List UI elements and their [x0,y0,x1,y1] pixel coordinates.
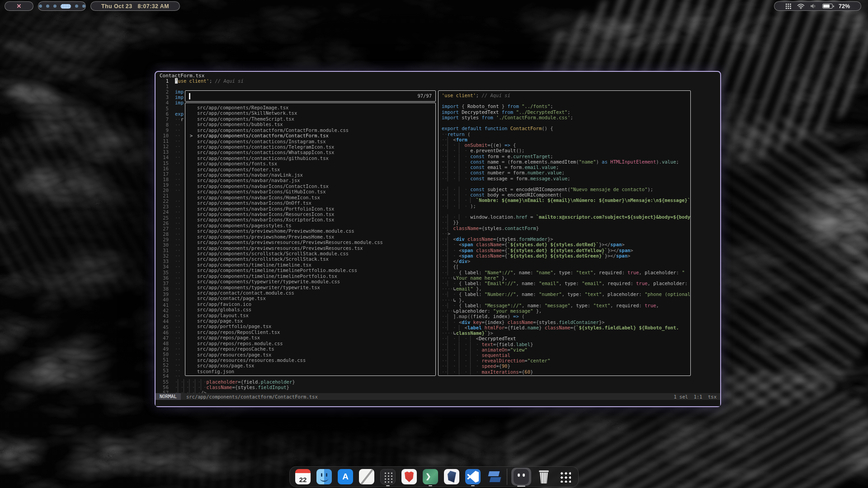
dock[interactable]: 22A❯ [289,466,579,487]
file-row[interactable]: src/app/contact/page.tsx [185,296,435,301]
picker-file-list[interactable]: src/app/components/RepoImage.tsx src/app… [185,103,436,376]
file-row[interactable]: src/app/components/navbarIcons/HomeIcon.… [185,195,435,200]
file-row[interactable]: src/app/components/navbarIcons/GitHubIco… [185,189,435,194]
buffer-line: 22·· [159,198,181,204]
running-indicator [429,485,432,487]
file-row[interactable]: src/app/components/timeline/timelinePort… [185,267,435,273]
file-row[interactable]: src/app/repos/repos.module.css [185,341,435,346]
workspace-dot[interactable] [39,5,42,8]
file-row[interactable]: tsconfig.json [185,369,435,374]
file-row[interactable]: src/app/components/pagesstyles.ts [185,223,435,228]
file-row[interactable]: src/app/components/RepoImage.tsx [185,105,435,110]
preview-code-line: ··▏ }} [442,220,690,225]
file-row[interactable]: src/app/components/contacticons/Telegram… [185,144,435,150]
file-row[interactable]: src/app/components/ThemeScript.tsx [185,116,435,122]
finder-icon[interactable] [316,468,333,486]
brave-icon[interactable] [401,468,418,486]
workspace-dot[interactable] [46,5,49,8]
vscode-icon[interactable] [464,468,481,486]
file-row[interactable]: src/app/components/navbarIcons/OnOff.tsx [185,200,435,206]
file-row[interactable]: src/app/components/contacticons/Instagra… [185,139,435,144]
app-grid-icon[interactable] [785,3,791,9]
file-row[interactable]: src/app/globals.css [185,307,435,312]
file-row[interactable]: src/app/components/contacticons/githubic… [185,155,435,161]
code-token: "text" [576,270,593,275]
workspace-dot[interactable] [82,5,85,8]
selection-marker [190,307,197,313]
terminal-icon[interactable]: ❯ [422,468,439,486]
file-row[interactable]: src/app/repos/page.tsx [185,335,435,340]
file-row[interactable]: src/app/resources/resources.module.css [185,357,435,363]
code-token: form [510,159,522,164]
code-token: ={ [571,325,576,330]
dock-separator [507,469,507,485]
apple-menu-button[interactable]: ✕ [5,1,33,11]
file-row[interactable]: src/app/components/scrollstack/ScrollSta… [185,256,435,262]
picker-input[interactable]: 97/97 [185,90,436,102]
file-row[interactable]: src/app/components/contacticons/Whatsapp… [185,150,435,155]
preview-code-line: ··▏ · ▏ · const email = form.email.value… [442,164,690,170]
keypad-icon[interactable] [379,468,396,486]
code-token: " [682,270,684,275]
file-row[interactable]: src/app/components/typewriter/typewrite.… [185,279,435,284]
file-row[interactable]: src/app/components/previewshome/Previews… [185,234,435,239]
workspace-dot[interactable] [75,5,78,8]
code-token: maxIterations [482,369,519,375]
workspace-switcher[interactable] [38,1,86,11]
file-row[interactable]: src/app/components/timeline/timelinePort… [185,273,435,279]
file-row[interactable]: > src/app/components/contactform/Contact… [185,133,435,138]
file-row[interactable]: src/app/repos/ReposClient.tsx [185,329,435,335]
code-token: // Aquí sí [215,78,244,84]
calendar-icon[interactable]: 22 [294,468,311,486]
file-row[interactable]: src/app/resources/page.tsx [185,352,435,357]
file-row[interactable]: src/app/components/previewshome/Previews… [185,228,435,234]
app-grid-icon[interactable] [557,468,574,486]
code-token: ··▏ · [442,281,459,286]
app-store-icon[interactable]: A [337,468,354,486]
file-row[interactable]: src/app/page.tsx [185,318,435,324]
file-row[interactable]: src/app/repos/reposCache.ts [185,346,435,352]
status-widget[interactable]: 72% [774,1,861,11]
workspace-active-indicator[interactable] [61,4,71,9]
line-number: 27 [159,226,169,231]
workspace-dot[interactable] [53,5,57,8]
file-row[interactable]: src/app/components/previewsresources/Pre… [185,239,435,245]
terminal-window[interactable]: ContactForm.tsx 1'use client'; // Aquí s… [155,71,721,407]
file-row[interactable]: src/app/components/timeline/timeline.tsx [185,262,435,267]
time-label: 8:07:32 AM [138,3,170,9]
file-row[interactable]: src/app/components/contactform/ContactFo… [185,127,435,133]
code-token: , [602,291,608,297]
line-number: 33 [159,258,169,264]
file-row[interactable]: src/app/components/navbarIcons/Portfolio… [185,206,435,211]
file-row[interactable]: src/app/components/navbar/navLink.jsx [185,172,435,178]
file-row[interactable]: src/app/layout.tsx [185,313,435,318]
code-preview-pane[interactable]: 'use client'; // Aquí síimport { Roboto_… [438,90,691,376]
panes-icon[interactable] [486,468,503,486]
selection-marker [190,346,197,352]
file-row[interactable]: src/app/components/scrollstack/ScrollSta… [185,251,435,256]
file-row[interactable]: src/app/xos/page.tsx [185,363,435,368]
file-row[interactable]: src/app/components/fonts.tsx [185,161,435,166]
trash-icon[interactable] [535,468,552,486]
code-token: type [565,281,576,286]
obsidian-icon[interactable] [443,468,460,486]
clock-widget[interactable]: Thu Oct 23 8:07:32 AM [90,1,180,11]
file-row[interactable]: src/app/components/navbarIcons/Resources… [185,211,435,217]
file-row[interactable]: src/app/components/bubbles.tsx [185,122,435,127]
file-row[interactable]: src/app/portfolio/page.tsx [185,324,435,329]
code-token: ·· [175,362,181,368]
file-row[interactable]: src/app/components/typewriter/typewrite.… [185,285,435,290]
file-path: src/app/components/navbar/navbar.jsx [197,178,300,183]
file-row[interactable]: src/app/components/navbarIcons/Xscriptor… [185,217,435,222]
file-row[interactable]: src/app/components/SkillNetwork.tsx [185,110,435,116]
ghostty-icon[interactable] [511,468,531,486]
file-row[interactable]: src/app/favicon.ico [185,301,435,307]
file-row[interactable]: src/app/components/previewsresources/Pre… [185,245,435,251]
file-row[interactable]: src/app/components/footer.tsx [185,167,435,172]
file-row[interactable]: src/app/contact/contact.module.css [185,290,435,296]
code-token: : [622,270,627,275]
notes-icon[interactable] [358,468,375,486]
file-row[interactable]: src/app/components/navbarIcons/ContactIc… [185,183,435,189]
file-path: src/app/components/timeline/timelinePort… [197,273,337,279]
file-row[interactable]: src/app/components/navbar/navbar.jsx [185,178,435,183]
